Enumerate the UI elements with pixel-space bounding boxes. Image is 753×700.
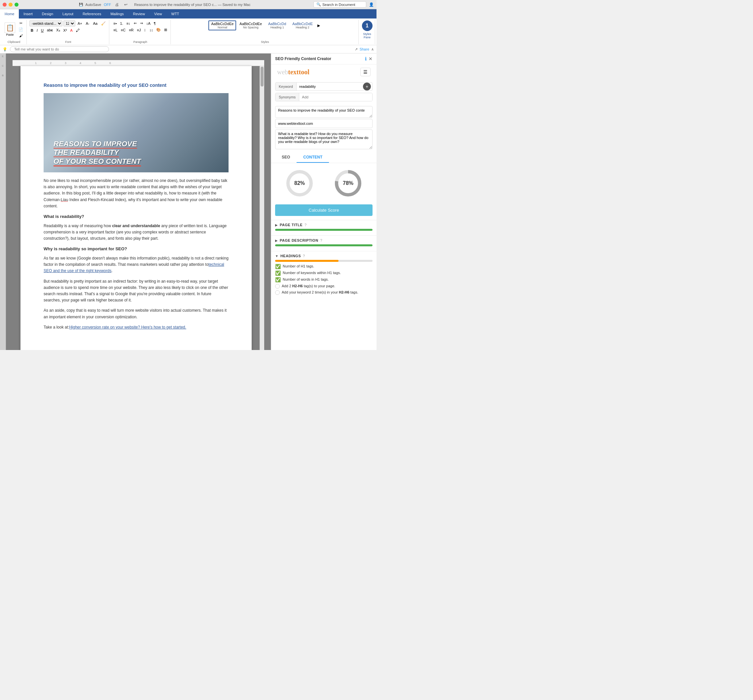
- justify-button[interactable]: ≡J: [136, 27, 142, 33]
- underline-button[interactable]: U: [40, 28, 45, 33]
- page-description-header[interactable]: ▶ PAGE DESCRIPTION ?: [275, 238, 373, 242]
- numbering-button[interactable]: 1.: [119, 20, 125, 26]
- font-size-select[interactable]: 12: [63, 20, 75, 27]
- style-no-spacing[interactable]: AaBbCcDdEe No Spacing: [237, 20, 264, 30]
- link-technical-seo[interactable]: technical SEO and the use of the right k…: [44, 262, 224, 273]
- paragraph-6: Take a look at:Higher conversion rate on…: [44, 324, 228, 331]
- tab-wtt[interactable]: WTT: [167, 9, 184, 19]
- keyword-input[interactable]: [297, 83, 363, 91]
- sidebar-header: SEO Friendly Content Creator ℹ ✕: [271, 53, 376, 64]
- document-body: No one likes to read incomprehensible pr…: [44, 178, 228, 331]
- check-h1-count: ✅ Number of H1 tags.: [275, 264, 373, 269]
- description-textarea[interactable]: What is a readable text? How do you meas…: [275, 130, 373, 149]
- superscript-button[interactable]: X²: [62, 28, 68, 33]
- document-title: Reasons to improve the readability of yo…: [44, 83, 228, 88]
- tab-references[interactable]: References: [78, 9, 106, 19]
- minimize-button[interactable]: [9, 3, 12, 6]
- cut-button[interactable]: ✂: [17, 20, 25, 26]
- styles-pane-icon[interactable]: 1: [362, 20, 373, 31]
- wtt-logo-area: webtexttool ☰: [271, 64, 376, 80]
- svg-text:82%: 82%: [294, 180, 305, 186]
- align-right-button[interactable]: ≡R: [128, 27, 135, 33]
- tab-design[interactable]: Design: [37, 9, 58, 19]
- show-hide-button[interactable]: ¶: [152, 20, 157, 26]
- link-conversion[interactable]: Higher conversion rate on your website? …: [69, 325, 186, 330]
- paste-label: Paste: [6, 33, 14, 36]
- page-description-help-icon[interactable]: ?: [320, 238, 322, 242]
- synonyms-input[interactable]: [299, 93, 372, 101]
- tab-layout[interactable]: Layout: [58, 9, 78, 19]
- ribbon-tabs: Home Insert Design Layout References Mai…: [0, 9, 376, 19]
- align-left-button[interactable]: ≡L: [112, 27, 119, 33]
- change-case-button[interactable]: Aa: [92, 21, 99, 26]
- page-description-progress-fill: [275, 244, 373, 246]
- calculate-score-button[interactable]: Calculate Score: [275, 205, 373, 216]
- close-button[interactable]: [3, 3, 6, 6]
- font-color-button[interactable]: A: [69, 28, 74, 33]
- tab-home[interactable]: Home: [0, 9, 19, 19]
- collapse-icon[interactable]: ∧: [371, 47, 374, 52]
- search-box[interactable]: 🔍 Search in Document: [313, 1, 366, 8]
- headings-header[interactable]: ▼ HEADINGS ?: [275, 254, 373, 258]
- paragraph-4: But readability is pretty important as a…: [44, 278, 228, 304]
- tab-insert[interactable]: Insert: [19, 9, 37, 19]
- bold-button[interactable]: B: [30, 28, 35, 33]
- paragraph-2: Readability is a way of measuring how cl…: [44, 223, 228, 242]
- check-h1-keywords-text: Number of keywords within H1 tags.: [283, 270, 341, 275]
- page-title-arrow: ▶: [275, 223, 278, 227]
- subscript-button[interactable]: X₂: [55, 27, 61, 33]
- tab-content[interactable]: CONTENT: [297, 152, 329, 163]
- tab-view[interactable]: View: [150, 9, 167, 19]
- highlight-button[interactable]: 🖍: [75, 28, 81, 33]
- borders-button[interactable]: ⊞: [163, 27, 169, 33]
- copy-button[interactable]: 📄: [17, 27, 25, 32]
- wtt-logo: webtexttool: [277, 68, 309, 76]
- style-h1-preview: AaBbCcDd: [268, 22, 286, 26]
- headings-help-icon[interactable]: ?: [303, 254, 305, 258]
- font-name-select[interactable]: -webkit-stand...: [30, 20, 62, 27]
- page-title-section: ▶ PAGE TITLE ?: [271, 220, 376, 236]
- clipboard-label: Clipboard: [8, 40, 20, 44]
- share-label[interactable]: Share: [360, 47, 369, 51]
- bullets-button[interactable]: ≡•: [112, 20, 118, 26]
- style-heading2[interactable]: AaBbCcDdE Heading 2: [290, 20, 316, 30]
- increase-font-button[interactable]: A+: [76, 21, 84, 26]
- title-textarea-row: Reasons to improve the readability of yo…: [271, 106, 376, 152]
- more-styles-button[interactable]: ▶: [316, 23, 321, 28]
- style-heading1[interactable]: AaBbCcDd Heading 1: [265, 20, 289, 30]
- page-title-help-icon[interactable]: ?: [305, 223, 306, 227]
- tell-me-input[interactable]: [10, 46, 109, 52]
- sidebar-info-button[interactable]: ℹ: [365, 56, 367, 61]
- vertical-scrollbar[interactable]: [259, 66, 264, 350]
- multilevel-button[interactable]: ≡↕: [125, 20, 132, 26]
- synonyms-label: Synonyms: [275, 93, 299, 101]
- strikethrough-button[interactable]: abc̶: [45, 27, 54, 33]
- image-text-line2: THE READABILITY: [53, 148, 219, 157]
- decrease-font-button[interactable]: A-: [84, 21, 91, 26]
- shading-button[interactable]: 🎨: [155, 27, 162, 33]
- clear-format-button[interactable]: 🧹: [100, 21, 107, 27]
- tab-mailings[interactable]: Mailings: [106, 9, 128, 19]
- keyword-add-button[interactable]: +: [363, 83, 371, 91]
- formatting-row: B I U abc̶ X₂ X² A 🖍: [30, 27, 107, 33]
- tab-seo[interactable]: SEO: [275, 152, 297, 163]
- column-button[interactable]: ⫶: [143, 27, 147, 33]
- url-input[interactable]: [275, 119, 373, 128]
- wtt-menu-button[interactable]: ☰: [360, 68, 370, 76]
- paste-button[interactable]: 📋 Paste: [3, 22, 17, 37]
- increase-indent-button[interactable]: ⇒: [139, 20, 144, 26]
- sort-button[interactable]: ↕A: [145, 20, 152, 26]
- italic-button[interactable]: I: [35, 28, 39, 33]
- page-title-header[interactable]: ▶ PAGE TITLE ?: [275, 223, 373, 227]
- decrease-indent-button[interactable]: ⇐: [133, 20, 138, 26]
- title-textarea[interactable]: Reasons to improve the readability of yo…: [275, 106, 373, 118]
- format-painter-button[interactable]: 🖌: [17, 33, 25, 38]
- style-normal[interactable]: AaBbCcDdEe Normal: [208, 20, 236, 30]
- tab-review[interactable]: Review: [128, 9, 150, 19]
- sidebar-close-button[interactable]: ✕: [369, 56, 373, 61]
- search-placeholder: Search in Document: [322, 3, 355, 6]
- align-center-button[interactable]: ≡C: [120, 27, 127, 33]
- line-spacing-button[interactable]: ↕↕: [148, 27, 154, 33]
- maximize-button[interactable]: [14, 3, 19, 6]
- paragraph-group-label: Paragraph: [133, 40, 147, 44]
